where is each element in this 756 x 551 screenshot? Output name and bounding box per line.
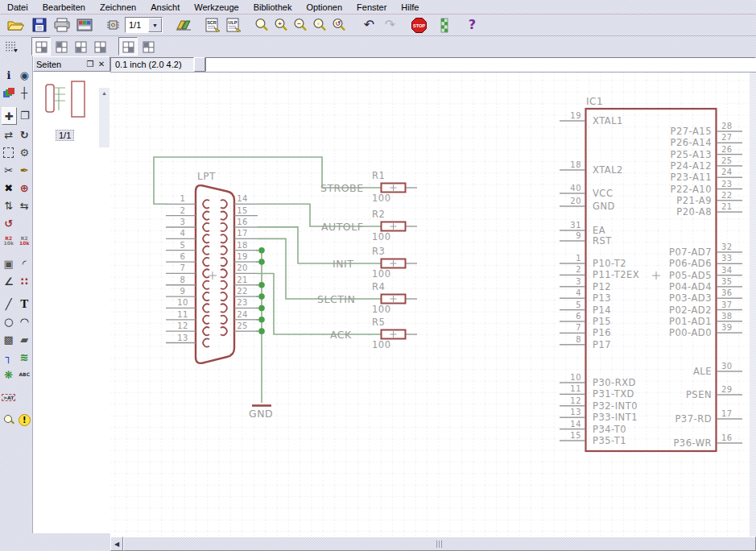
menu-optionen[interactable]: Optionen: [299, 2, 349, 13]
zoom-select-icon[interactable]: ▫: [311, 16, 329, 34]
scrollbar-thumb[interactable]: [123, 536, 756, 551]
split-tool-icon[interactable]: ∠: [2, 273, 16, 289]
help-icon[interactable]: ?: [463, 16, 481, 34]
junction-dot: [258, 282, 265, 288]
zoom-out-icon[interactable]: −: [291, 16, 310, 34]
page-thumbnail[interactable]: [41, 78, 91, 125]
tool-row: !: [1, 411, 32, 429]
page-number-label[interactable]: 1/1: [56, 130, 74, 141]
schematic-canvas[interactable]: GNDLPT1234567891011121314151617181920212…: [110, 72, 750, 536]
zoom-fit-icon[interactable]: [253, 16, 271, 34]
menu-hilfe[interactable]: Hilfe: [394, 2, 426, 13]
polygon-tool-icon[interactable]: ▰: [18, 331, 32, 347]
pages-panel-title: Seiten: [36, 60, 85, 69]
scroll-up-icon[interactable]: ▲: [99, 88, 109, 97]
view-layout-2-icon[interactable]: [52, 38, 70, 55]
wire-tool-icon[interactable]: ╱: [2, 296, 16, 312]
rect-tool-icon[interactable]: ▩: [2, 331, 16, 347]
bus-tool-icon[interactable]: ┐: [2, 349, 16, 365]
mirror-tool-icon[interactable]: ⇄: [2, 126, 16, 143]
run-script-icon[interactable]: SCR: [204, 16, 222, 34]
save-icon[interactable]: [30, 16, 48, 34]
rotate-tool-icon[interactable]: ↻: [18, 126, 32, 143]
view-layout-1-icon[interactable]: [31, 37, 51, 56]
mark-tool-icon[interactable]: ┼: [18, 85, 32, 101]
smash-tool-icon[interactable]: ▣: [2, 255, 16, 271]
lpt-pin-number: 19: [237, 252, 248, 261]
view-layout-3-icon[interactable]: [72, 38, 89, 55]
change-tool-icon[interactable]: ⚙: [18, 144, 32, 160]
move-tool-icon[interactable]: ✚: [2, 107, 17, 125]
tool-row: ℹ◉: [1, 66, 32, 84]
cam-processor-icon[interactable]: [75, 16, 93, 34]
stop-icon[interactable]: STOP: [410, 16, 428, 34]
erc-tool-icon[interactable]: [2, 412, 16, 428]
view-layout-5-icon[interactable]: [118, 37, 138, 56]
menu-bearbeiten[interactable]: Bearbeiten: [35, 2, 93, 13]
sheet-selector[interactable]: 1/1▼: [125, 17, 163, 33]
menu-zeichnen[interactable]: Zeichnen: [93, 2, 143, 13]
add-tool-icon[interactable]: ⊕: [18, 180, 32, 196]
panel-float-button[interactable]: ❐: [85, 59, 96, 70]
open-file-icon[interactable]: [6, 16, 25, 34]
menu-fenster[interactable]: Fenster: [349, 2, 394, 13]
circle-tool-icon[interactable]: ○: [2, 313, 16, 329]
run-ulp-icon[interactable]: ULP: [225, 16, 243, 34]
text-tool-icon[interactable]: T: [18, 296, 32, 312]
redo-icon[interactable]: ↷: [381, 16, 399, 34]
menu-datei[interactable]: Datei: [0, 2, 35, 13]
canvas-hscrollbar[interactable]: ◀: [110, 536, 756, 551]
ic-pin-name: PSEN: [686, 389, 712, 400]
value-tool-icon[interactable]: R210k: [18, 233, 32, 249]
sheet-selector-dropdown-icon[interactable]: ▼: [148, 18, 162, 32]
board-editor-icon[interactable]: [103, 16, 122, 34]
show-tool-icon[interactable]: ◉: [18, 67, 32, 83]
ic-pin-number: 24: [721, 168, 733, 176]
grid-settings-icon[interactable]: [2, 38, 20, 55]
zoom-redraw-icon[interactable]: ↺: [330, 16, 349, 34]
miter-tool-icon[interactable]: ◜: [18, 255, 32, 271]
name-tool-icon[interactable]: R210k: [2, 233, 16, 249]
paste-tool-icon[interactable]: ✒: [18, 162, 32, 178]
copy-tool-icon[interactable]: ❐: [19, 107, 32, 123]
zoom-in-icon[interactable]: +: [272, 16, 291, 34]
display-tool-icon[interactable]: [2, 85, 16, 101]
ic-pin-number: 11: [570, 384, 581, 393]
attribute-tool-icon[interactable]: >AT: [2, 389, 16, 405]
view-layout-4-icon[interactable]: [91, 38, 109, 55]
net-label-slctin: SLCTIN: [317, 293, 355, 305]
view-layout-6-icon[interactable]: [139, 38, 157, 55]
layer-colors-icon[interactable]: [435, 16, 453, 34]
replace-tool-icon[interactable]: ⇆: [18, 197, 32, 213]
menu-bibliothek[interactable]: Bibliothek: [246, 2, 300, 13]
canvas-vscrollbar[interactable]: [750, 72, 756, 536]
ic-pin-number: 31: [570, 221, 581, 230]
scroll-left-button[interactable]: ◀: [110, 536, 123, 551]
use-library-icon[interactable]: [174, 16, 192, 34]
ic-pin-name: P02-AD2: [669, 304, 712, 316]
info-tool-icon[interactable]: ℹ: [2, 67, 16, 83]
tool-row: ✖⊕: [1, 179, 32, 197]
junction-tool-icon[interactable]: ❋: [2, 367, 16, 383]
arc-tool-icon[interactable]: ◠: [18, 313, 32, 329]
gateswap-tool-icon[interactable]: ↺: [2, 215, 16, 231]
undo-icon[interactable]: ↶: [360, 16, 378, 34]
group-tool-icon[interactable]: [2, 144, 16, 160]
menu-ansicht[interactable]: Ansicht: [143, 2, 187, 13]
ic-pin-number: 8: [576, 335, 581, 344]
cut-tool-icon[interactable]: ✂: [2, 162, 16, 178]
label-tool-icon[interactable]: ABC: [18, 367, 32, 383]
invoke-tool-icon[interactable]: ∷: [18, 273, 32, 289]
menu-werkzeuge[interactable]: Werkzeuge: [187, 2, 246, 13]
pages-scrollbar[interactable]: ▲: [99, 88, 109, 147]
pinswap-tool-icon[interactable]: ⇅: [2, 197, 16, 213]
delete-tool-icon[interactable]: ✖: [2, 180, 16, 196]
tool-row: R210kR210k: [1, 232, 32, 250]
errors-tool-icon[interactable]: !: [18, 412, 32, 428]
schematic-drawing: GNDLPT1234567891011121314151617181920212…: [110, 72, 750, 536]
command-line-input[interactable]: [205, 57, 756, 72]
resistor-value: 100: [372, 339, 390, 350]
net-tool-icon[interactable]: ≋: [18, 349, 32, 365]
print-icon[interactable]: [52, 16, 71, 34]
panel-close-button[interactable]: ✕: [96, 59, 107, 70]
